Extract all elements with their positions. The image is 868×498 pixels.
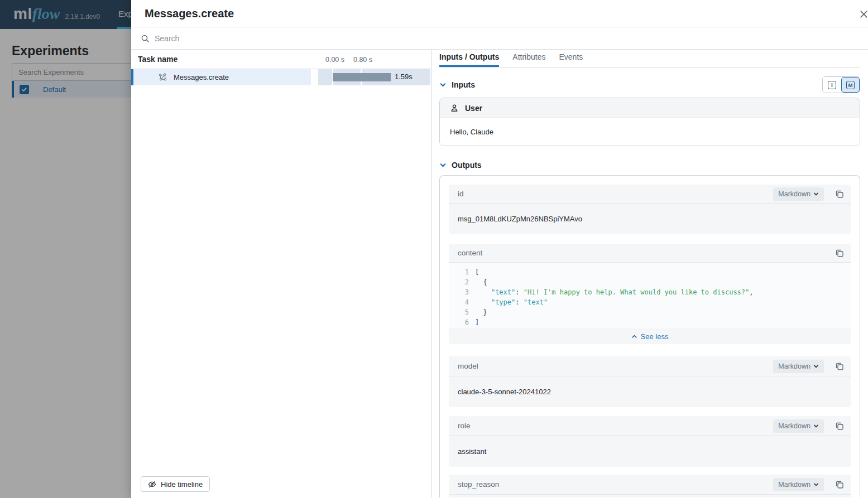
field-role: role Markdown assista [449,416,851,467]
chevron-down-icon [813,191,819,197]
task-name-column-header: Task name [138,55,178,64]
trace-detail-drawer: Messages.create Task name 0.00 s 0.80 s [131,0,868,498]
drawer-title: Messages.create [145,7,234,20]
task-table-header: Task name 0.00 s 0.80 s [131,50,431,69]
close-button[interactable] [856,8,868,22]
tab-events[interactable]: Events [559,50,583,67]
timeline-cell: 1.59s [311,69,431,85]
tab-attributes[interactable]: Attributes [512,50,545,67]
span-detail-panel: Inputs / Outputs Attributes Events Input… [431,50,868,497]
user-card-title: User [465,104,482,113]
copy-button[interactable] [835,422,844,431]
renderer-select[interactable]: Markdown [773,478,824,491]
chevron-down-icon [439,162,447,169]
user-icon [450,104,459,113]
detail-tab-bar: Inputs / Outputs Attributes Events [439,50,860,67]
inputs-section-header: Inputs T M [439,76,860,93]
text-view-icon: T [828,81,836,89]
renderer-value: Markdown [778,422,811,430]
code-line: 6] [449,317,851,327]
outputs-card: id Markdown msg_01M8L [439,175,860,497]
inputs-collapse-chevron[interactable] [439,81,447,89]
input-user-card: User Hello, Claude [439,98,860,146]
code-line: 3 "text": "Hi! I'm happy to help. What w… [449,287,851,297]
user-message-text: Hello, Claude [440,118,860,146]
hide-timeline-label: Hide timeline [161,480,203,489]
field-content: content 1[ 2 { 3 "text": "Hi! I'm happy … [449,244,851,344]
copy-icon [835,422,844,431]
code-line: 1[ [449,267,851,277]
task-row-messages-create[interactable]: Messages.create 1.59s [131,69,431,85]
copy-button[interactable] [835,480,844,489]
field-label: model [458,362,478,370]
copy-button[interactable] [835,190,844,199]
outputs-section-header: Outputs [439,157,860,173]
chevron-down-icon [813,364,819,369]
code-line: 4 "type": "text" [449,297,851,307]
field-id-header: id Markdown [449,185,851,204]
drawer-header: Messages.create [131,0,868,27]
field-model: model Markdown claude [449,356,851,407]
renderer-value: Markdown [778,481,811,489]
search-icon [141,34,150,43]
field-role-value: assistant [449,436,851,467]
trace-search-input[interactable] [155,34,868,43]
close-icon [859,9,868,19]
field-label: stop_reason [458,480,499,489]
tab-inputs-outputs[interactable]: Inputs / Outputs [439,50,499,67]
duration-bar[interactable] [333,73,391,81]
renderer-value: Markdown [778,362,811,370]
field-label: id [458,190,464,198]
span-type-icon [159,73,167,81]
copy-icon [835,480,844,489]
outputs-collapse-chevron[interactable] [439,162,447,169]
see-less-button[interactable]: See less [449,328,851,344]
outputs-section-label: Outputs [452,161,482,170]
timeline-row-stripe: 1.59s [318,69,430,85]
see-less-label: See less [641,332,669,341]
field-id: id Markdown msg_01M8L [449,185,851,234]
field-label: role [458,422,471,430]
copy-icon [835,190,844,199]
chevron-down-icon [813,423,819,429]
task-tree-panel: Task name 0.00 s 0.80 s Messages.create [131,50,431,497]
renderer-select[interactable]: Markdown [773,360,824,373]
task-panel-footer: Hide timeline [131,476,431,497]
field-label: content [458,249,482,257]
chevron-down-icon [439,81,447,89]
field-model-value: claude-3-5-sonnet-20241022 [449,376,851,407]
markdown-view-button[interactable]: M [841,77,860,93]
task-name: Messages.create [174,73,229,81]
renderer-value: Markdown [778,190,811,198]
copy-button[interactable] [835,249,844,258]
user-card-header: User [440,98,860,118]
renderer-select[interactable]: Markdown [773,187,824,201]
field-content-header: content [449,244,851,263]
renderer-select[interactable]: Markdown [773,419,824,433]
code-line: 5 } [449,307,851,317]
drawer-main: Task name 0.00 s 0.80 s Messages.create [131,50,868,497]
field-stop-reason-value [449,495,851,497]
content-code-block[interactable]: 1[ 2 { 3 "text": "Hi! I'm happy to help.… [449,263,851,328]
duration-label: 1.59s [395,72,413,81]
eye-off-icon [148,480,156,489]
hide-timeline-button[interactable]: Hide timeline [141,476,210,492]
field-model-header: model Markdown [449,356,851,376]
task-name-cell[interactable]: Messages.create [131,69,311,85]
text-view-button[interactable]: T [823,77,841,93]
timeline-tick-1: 0.80 s [351,56,375,64]
chevron-up-icon [631,333,637,340]
markdown-view-icon: M [846,81,855,89]
app-root: ml flow 2.18.1.dev0 Exp Experiments Defa… [0,0,868,498]
timeline-tick-0: 0.00 s [323,56,347,64]
trace-search-bar [131,27,868,50]
copy-button[interactable] [835,362,844,371]
code-line: 2 { [449,277,851,287]
field-role-header: role Markdown [449,416,851,436]
inputs-section-label: Inputs [452,80,475,89]
field-stop-reason-header: stop_reason Markdown [449,475,851,495]
chevron-down-icon [813,482,819,487]
render-mode-toggle: T M [822,76,860,93]
copy-icon [835,249,844,258]
copy-icon [835,362,844,371]
